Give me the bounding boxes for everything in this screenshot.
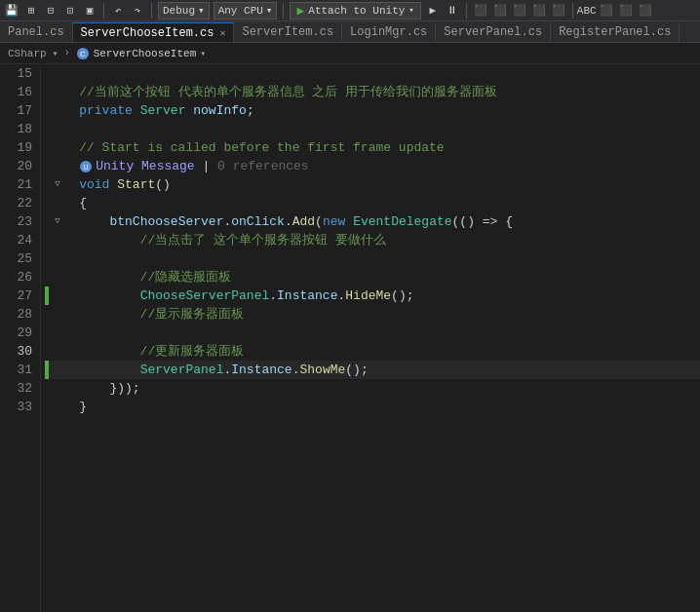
green-indicator-31: [45, 361, 49, 379]
linenum-17: 17: [0, 101, 32, 120]
undo-icon[interactable]: ↶: [110, 3, 126, 19]
method-showMe: ShowMe: [300, 361, 346, 379]
debug-dropdown[interactable]: Debug ▾: [158, 2, 210, 19]
linenum-22: 22: [0, 194, 32, 212]
linenum-30: 30: [0, 342, 32, 361]
ref-count: 0 references: [217, 157, 309, 175]
redo-icon[interactable]: ↷: [130, 3, 145, 19]
code-line-33: }: [49, 398, 700, 416]
attach-label: Attach to Unity: [308, 5, 405, 17]
context-class-name: ServerChooseItem: [94, 48, 197, 59]
code-line-21: ▽ void Start (): [49, 175, 700, 194]
comment-24: //当点击了 这个单个服务器按钮 要做什么: [49, 231, 386, 249]
kw-private: private: [79, 101, 133, 120]
tab-registerPanel-label: RegisterPanel.cs: [559, 25, 671, 39]
code-line-31: ServerPanel . Instance . ShowMe ();: [49, 361, 700, 379]
linenum-28: 28: [0, 305, 32, 324]
attach-to-unity-button[interactable]: ▶ Attach to Unity ▾: [290, 2, 420, 19]
class-icon: C: [76, 47, 90, 60]
sep4: [466, 3, 467, 19]
editor: 15 16 17 18 19 20 21 22 23 24 25 26 27 2…: [0, 64, 700, 612]
unity-icon: U: [79, 160, 93, 173]
context-class-arrow: ▾: [200, 48, 206, 59]
tab-serverChooseItem-close[interactable]: ✕: [219, 27, 225, 39]
icon5[interactable]: ▣: [82, 3, 97, 19]
tab-bar: Panel.cs ServerChooseItem.cs ✕ ServerIte…: [0, 21, 700, 43]
tab-serverPanel-label: ServerPanel.cs: [444, 25, 542, 39]
context-bar: CSharp ▾ › C ServerChooseItem ▾: [0, 43, 700, 64]
tab-loginMgr-label: LoginMgr.cs: [350, 25, 427, 39]
debug-arrow: ▾: [198, 4, 205, 17]
tab-panel[interactable]: Panel.cs: [0, 22, 73, 42]
save-all-icon[interactable]: 💾: [4, 3, 19, 19]
icon3[interactable]: ⊟: [43, 3, 58, 19]
comment-16: //当前这个按钮 代表的单个服务器信息 之后 用于传给我们的服务器面板: [49, 83, 497, 101]
code-line-20: U Unity Message | 0 references: [49, 157, 700, 175]
code-line-26: //隐藏选服面板: [49, 268, 700, 287]
code-line-22: {: [49, 194, 700, 212]
icon9[interactable]: ⬛: [531, 3, 547, 19]
icon10[interactable]: ⬛: [551, 3, 566, 19]
tab-registerPanel[interactable]: RegisterPanel.cs: [551, 22, 680, 42]
breadcrumb-separator: ›: [64, 48, 70, 58]
kw-new: new: [323, 212, 345, 231]
pause-icon[interactable]: ⏸: [445, 3, 460, 19]
icon4[interactable]: ⊡: [62, 3, 78, 19]
method-add: Add: [292, 212, 315, 231]
icon8[interactable]: ⬛: [512, 3, 527, 19]
comment-28: //显示服务器面板: [49, 305, 244, 324]
code-line-24: //当点击了 这个单个服务器按钮 要做什么: [49, 231, 700, 249]
tab-serverItem-label: ServerItem.cs: [242, 25, 333, 39]
comment-19: // Start is called before the first fram…: [49, 138, 445, 157]
sep1: [103, 3, 104, 19]
sep5: [572, 3, 573, 19]
id-nowInfo: nowInfo: [193, 101, 247, 120]
tab-serverChooseItem-label: ServerChooseItem.cs: [81, 26, 214, 40]
tab-serverChooseItem[interactable]: ServerChooseItem.cs ✕: [73, 22, 235, 42]
attach-arrow: ▾: [408, 5, 413, 16]
context-class: C ServerChooseItem ▾: [76, 47, 207, 60]
icon6[interactable]: ⬛: [473, 3, 488, 19]
cpu-dropdown[interactable]: Any CPU ▾: [214, 2, 278, 19]
linenum-20: 20: [0, 157, 32, 175]
linenum-26: 26: [0, 268, 32, 287]
icon7[interactable]: ⬛: [492, 3, 508, 19]
code-area[interactable]: //当前这个按钮 代表的单个服务器信息 之后 用于传给我们的服务器面板 priv…: [41, 64, 700, 612]
play-icon: ▶: [296, 3, 304, 19]
code-line-15: [49, 64, 700, 83]
code-line-34: [49, 416, 700, 435]
code-line-29: [49, 324, 700, 342]
linenum-25: 25: [0, 249, 32, 268]
tab-panel-label: Panel.cs: [8, 25, 64, 39]
code-line-30: //更新服务器面板: [49, 342, 700, 361]
spell-icon[interactable]: ABC: [579, 3, 595, 19]
context-lang-arrow: ▾: [53, 48, 58, 59]
linenum-33: 33: [0, 398, 32, 416]
id-btnChooseServer: btnChooseServer: [109, 212, 223, 231]
debug-label: Debug: [163, 5, 195, 17]
context-lang: CSharp: [8, 48, 47, 59]
kw-void: void: [79, 175, 109, 194]
linenum-31: 31: [0, 361, 32, 379]
icon2[interactable]: ⊞: [23, 3, 39, 19]
code-line-17: private Server nowInfo ;: [49, 101, 700, 120]
icon13[interactable]: ⬛: [638, 3, 653, 19]
icon12[interactable]: ⬛: [618, 3, 634, 19]
icon11[interactable]: ⬛: [599, 3, 614, 19]
sep2: [151, 3, 152, 19]
code-line-18: [49, 120, 700, 138]
tab-serverItem[interactable]: ServerItem.cs: [234, 22, 342, 42]
run-icon[interactable]: ▶: [425, 3, 441, 19]
linenum-18: 18: [0, 120, 32, 138]
cls-eventDelegate: EventDelegate: [353, 212, 451, 231]
code-line-28: //显示服务器面板: [49, 305, 700, 324]
cpu-label: Any CPU: [218, 5, 263, 17]
collapse-20[interactable]: ▽: [51, 178, 64, 192]
tab-loginMgr[interactable]: LoginMgr.cs: [342, 22, 436, 42]
tab-serverPanel[interactable]: ServerPanel.cs: [436, 22, 551, 42]
linenum-27: 27: [0, 287, 32, 305]
collapse-22[interactable]: ▽: [51, 215, 64, 229]
code-line-19: // Start is called before the first fram…: [49, 138, 700, 157]
code-line-32: }));: [49, 379, 700, 398]
type-server: Server: [140, 101, 186, 120]
